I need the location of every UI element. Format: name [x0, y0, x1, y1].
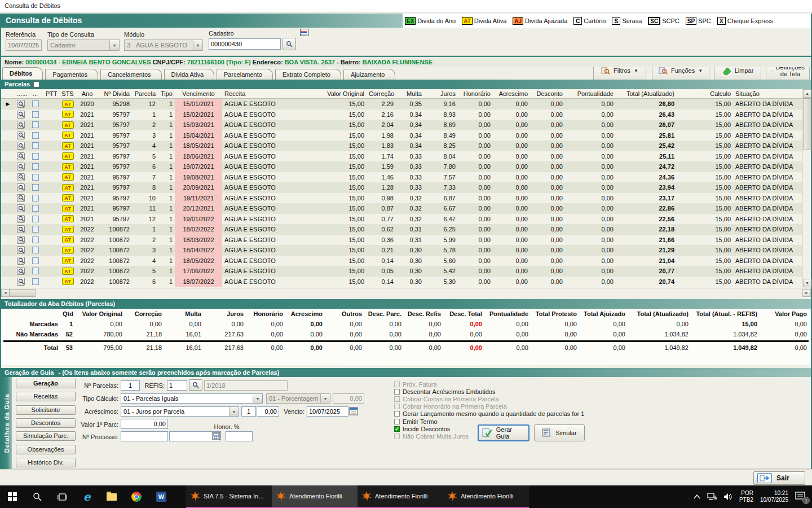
table-row[interactable]: AT2021957976119/07/2021AGUA E ESGOTO15,0… [1, 161, 802, 172]
row-checkbox[interactable] [32, 216, 39, 222]
num-parcelas-input[interactable] [121, 380, 140, 391]
row-magnifier-button[interactable] [17, 173, 25, 181]
row-magnifier-button[interactable] [17, 152, 25, 160]
table-row[interactable]: AT2021957971115/02/2021AGUA E ESGOTO15,0… [1, 110, 802, 120]
col-header-ano[interactable]: Ano [76, 90, 98, 97]
cadastro-input[interactable] [209, 38, 281, 50]
calendar-icon[interactable] [349, 406, 358, 417]
table-row[interactable]: AT20221008721118/02/2022AGUA E ESGOTO15,… [1, 224, 802, 235]
table-row[interactable]: AT2021957978120/09/2021AGUA E ESGOTO15,0… [1, 182, 802, 193]
taskbar-app[interactable]: Atendimento Fiorilli [272, 485, 358, 508]
row-magnifier-button[interactable] [17, 142, 25, 150]
row-magnifier-button[interactable] [17, 183, 25, 191]
geracao-button-gera-o[interactable]: Geração [16, 379, 76, 388]
table-row[interactable]: AT2021957977119/08/2021AGUA E ESGOTO15,0… [1, 172, 802, 183]
refis-input[interactable] [167, 380, 187, 391]
col-header-sts[interactable]: STS [59, 90, 76, 97]
row-magnifier-button[interactable] [17, 204, 25, 212]
tab-ajuizamento[interactable]: Ajuizamento [343, 69, 396, 80]
col-header-pontualidade[interactable]: Pontualidade [565, 90, 616, 97]
table-row[interactable]: AT2021957972115/03/2021AGUA E ESGOTO15,0… [1, 120, 802, 130]
geracao-button-simula-o-parc-[interactable]: Simulação Parc. [16, 431, 76, 441]
referencia-input[interactable] [6, 40, 42, 51]
row-checkbox[interactable] [32, 153, 39, 160]
row-magnifier-button[interactable] [17, 215, 25, 223]
col-header-valor_original[interactable]: Valor Original [317, 90, 367, 97]
cadastro-search-button[interactable] [283, 38, 296, 50]
col-header-juros[interactable]: Juros [424, 90, 458, 97]
option-descontar-acr-scimos-embutidos[interactable]: Descontar Acréscimos Embutidos [394, 388, 584, 395]
tipo-calculo-select[interactable]: 01 - Parcelas Iguais ▼ [121, 393, 263, 404]
col-header-divida[interactable]: Nº Divida [98, 90, 132, 97]
horizontal-scrollbar[interactable]: ◄ ► [1, 288, 811, 297]
table-row[interactable]: AT20221008725117/06/2022AGUA E ESGOTO15,… [1, 266, 802, 277]
row-checkbox[interactable] [32, 111, 39, 118]
row-checkbox[interactable] [32, 268, 39, 274]
checkbox-icon[interactable] [394, 382, 400, 387]
table-row[interactable]: AT20221008726118/07/2022AGUA E ESGOTO15,… [1, 277, 802, 287]
parcelas-select-all-checkbox[interactable] [33, 81, 39, 87]
col-header-calculo[interactable]: Calculo [677, 90, 733, 97]
tab-extrato-completo[interactable]: Extrato Completo [275, 69, 341, 80]
refis-search-button[interactable] [189, 379, 202, 391]
col-header-multa[interactable]: Multa [396, 90, 424, 97]
tab-parcelamento[interactable]: Parcelamento [217, 69, 273, 80]
clock[interactable]: 10:2110/07/2025 [760, 490, 788, 503]
table-row[interactable]: AT2021957973115/04/2021AGUA E ESGOTO15,0… [1, 130, 802, 141]
tipo-consulta-select[interactable]: Cadastro ▼ [47, 40, 120, 51]
scroll-down-icon[interactable]: ▼ [803, 279, 811, 287]
table-row[interactable]: AT20221008722118/03/2022AGUA E ESGOTO15,… [1, 235, 802, 246]
row-magnifier-button[interactable] [17, 194, 25, 202]
col-header-vencimento[interactable]: Vencimento [175, 90, 222, 97]
geracao-button-hist-rico-div-[interactable]: Histórico Div. [16, 458, 76, 467]
row-checkbox[interactable] [32, 278, 39, 285]
checkbox-icon[interactable] [394, 433, 400, 439]
tab-divida-ativa[interactable]: Divida Ativa [164, 69, 214, 80]
col-header-total[interactable]: Total (Atualizado) [616, 90, 677, 97]
row-magnifier-button[interactable] [17, 132, 25, 139]
taskbar-app[interactable]: Atendimento Fiorilli [358, 485, 443, 508]
row-magnifier-button[interactable] [17, 121, 25, 129]
table-row[interactable]: ▶AT20209529812115/01/2021AGUA E ESGOTO15… [1, 99, 802, 110]
col-header-correcao[interactable]: Correção [367, 90, 396, 97]
geracao-button-observa-es[interactable]: Observações [16, 445, 76, 454]
row-magnifier-button[interactable] [17, 111, 25, 119]
option-gerar-lan-amento-mesmo-quando-a-quantidade-de-parcelas-for-1[interactable]: Gerar Lançamento mesmo quando a quantida… [394, 410, 584, 418]
table-row[interactable]: AT20221008723118/04/2022AGUA E ESGOTO15,… [1, 245, 802, 256]
checkbox-icon[interactable] [394, 419, 400, 424]
col-header-situacao[interactable]: Situação [733, 90, 796, 97]
row-checkbox[interactable] [32, 100, 39, 107]
sair-button[interactable]: Sair [753, 471, 805, 485]
checked-checkbox-icon[interactable]: ✓ [394, 426, 400, 432]
table-row[interactable]: AT20221008724118/05/2022AGUA E ESGOTO15,… [1, 256, 802, 266]
row-magnifier-button[interactable] [17, 236, 25, 244]
tab-d-bitos[interactable]: Débitos [2, 67, 43, 80]
option-pr-x-fatura[interactable]: Próx. Fatura [394, 380, 584, 388]
col-header-honorario[interactable]: Honorário [458, 90, 493, 97]
row-magnifier-button[interactable] [17, 267, 25, 275]
row-checkbox[interactable] [32, 257, 39, 264]
horizontal-scroll-thumb[interactable] [10, 289, 36, 297]
option-cobrar-honor-rio-na-primeira-parcela[interactable]: Cobrar Honorário na Primeira Parcela [394, 403, 584, 410]
col-header-acrescimo[interactable]: Acrescimo [493, 90, 530, 97]
chrome-button[interactable] [124, 485, 149, 508]
option-cobrar-custas-na-primeira-parcela[interactable]: Cobrar Custas na Primeira Parcela [394, 395, 584, 402]
tab-pagamentos[interactable]: Pagamentos [45, 69, 98, 80]
checkbox-icon[interactable] [394, 396, 400, 402]
checkbox-icon[interactable] [394, 411, 400, 417]
row-checkbox[interactable] [32, 184, 39, 191]
tab-cancelamentos[interactable]: Cancelamentos [100, 69, 161, 80]
row-checkbox[interactable] [32, 142, 39, 149]
scroll-left-icon[interactable]: ◄ [1, 289, 10, 297]
vertical-scrollbar[interactable]: ▲ ▼ [802, 89, 811, 287]
geracao-button-receitas[interactable]: Receitas [16, 392, 76, 401]
col-header-tipo[interactable]: Tipo [158, 90, 175, 97]
table-row[interactable]: AT20219579710119/11/2021AGUA E ESGOTO15,… [1, 193, 802, 204]
vertical-scroll-thumb[interactable] [803, 98, 811, 150]
col-header-receita[interactable]: Receita [222, 90, 317, 97]
valor-parc-input[interactable] [121, 419, 168, 429]
gerar-guia-button[interactable]: Gerar Guia [478, 424, 529, 441]
file-explorer-button[interactable] [99, 485, 124, 508]
row-magnifier-button[interactable] [17, 225, 25, 233]
col-header-parcela[interactable]: Parcela [132, 90, 158, 97]
